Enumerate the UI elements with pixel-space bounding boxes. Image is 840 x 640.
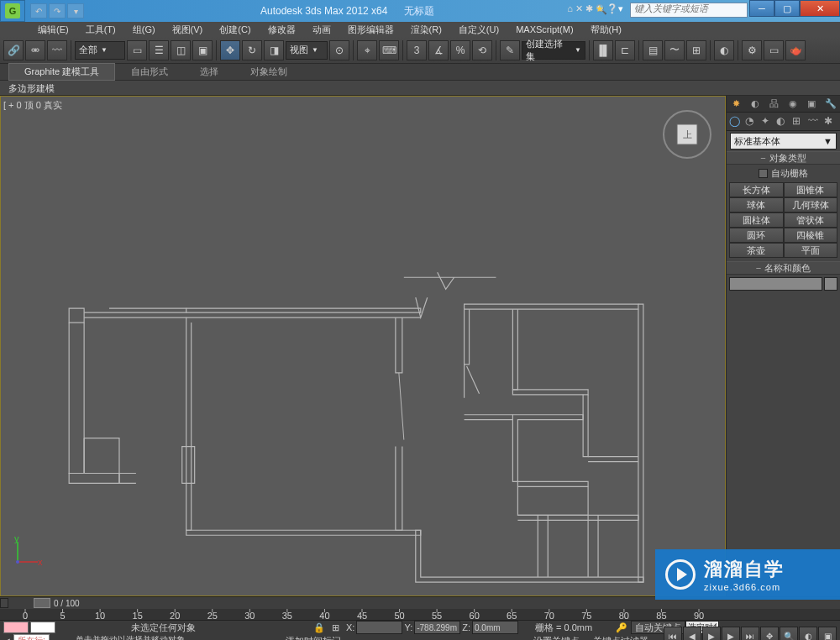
menu-rendering[interactable]: 渲染(R) (402, 22, 450, 38)
prim-box[interactable]: 长方体 (729, 182, 784, 197)
time-slider-thumb[interactable] (34, 598, 50, 608)
prim-sphere[interactable]: 球体 (729, 197, 784, 212)
ribbon-tab-objectpaint[interactable]: 对象绘制 (234, 63, 303, 81)
nav-zoom[interactable]: 🔍 (780, 627, 798, 640)
link-button[interactable]: 🔗 (3, 40, 24, 60)
redo-button[interactable]: ↷ (49, 3, 66, 18)
nav-prev-frame[interactable]: ◀ (683, 627, 701, 640)
coord-z-input[interactable] (472, 621, 518, 634)
bind-spacewarp-button[interactable]: 〰 (47, 40, 67, 60)
nav-next-frame[interactable]: ▶ (722, 627, 740, 640)
prim-plane[interactable]: 平面 (784, 243, 838, 258)
iso-icon[interactable]: ⊞ (332, 622, 339, 633)
subscription-icon[interactable]: ⌂ (567, 3, 573, 14)
prim-pyramid[interactable]: 四棱锥 (784, 228, 838, 243)
cat-shapes-icon[interactable]: ◔ (745, 115, 759, 129)
ref-coord-system[interactable]: 视图▼ (286, 41, 328, 60)
cat-cameras-icon[interactable]: ◐ (776, 115, 790, 129)
qat-dropdown[interactable]: ▾ (67, 3, 84, 18)
object-name-input[interactable] (729, 277, 822, 291)
menu-edit[interactable]: 编辑(E) (29, 22, 77, 38)
cat-systems-icon[interactable]: ✱ (824, 115, 837, 129)
material-swatch-1[interactable] (3, 622, 29, 633)
named-sel-sets[interactable]: 创建选择集▼ (522, 41, 585, 60)
menu-grapheditors[interactable]: 图形编辑器 (339, 22, 402, 38)
cat-geometry-icon[interactable]: ◯ (729, 115, 743, 129)
object-color-swatch[interactable] (824, 277, 837, 291)
ribbon-tab-graphite[interactable]: Graphite 建模工具 (8, 63, 115, 81)
autogrid-checkbox[interactable]: 自动栅格 (727, 165, 840, 182)
key-filters-button[interactable]: 关键点过滤器 (593, 635, 648, 641)
angle-snap-button[interactable]: ∡ (428, 40, 449, 60)
nav-pan[interactable]: ✥ (760, 627, 779, 640)
edit-named-sel-button[interactable]: ✎ (500, 40, 520, 60)
select-button[interactable]: ▭ (127, 40, 147, 60)
selection-filter[interactable]: 全部▼ (75, 41, 125, 60)
create-tab[interactable]: ✸ (729, 97, 743, 111)
menu-group[interactable]: 组(G) (124, 22, 164, 38)
scale-button[interactable]: ◨ (264, 40, 284, 60)
comm-icon[interactable]: ✱ (585, 3, 593, 14)
spinner-snap-button[interactable]: ⟲ (472, 40, 492, 60)
menu-animation[interactable]: 动画 (304, 22, 339, 38)
nav-max[interactable]: ▣ (818, 627, 837, 640)
material-editor-button[interactable]: ◐ (714, 40, 734, 60)
percent-snap-button[interactable]: % (450, 40, 470, 60)
motion-tab[interactable]: ◉ (786, 97, 800, 111)
time-prev-button[interactable] (0, 598, 8, 608)
menu-help[interactable]: 帮助(H) (582, 22, 630, 38)
favorite-icon[interactable]: ★ (596, 3, 604, 14)
material-swatch-2[interactable] (30, 622, 55, 633)
menu-customize[interactable]: 自定义(U) (450, 22, 507, 38)
ribbon-panel-polymodel[interactable]: 多边形建模 (0, 81, 840, 96)
display-tab[interactable]: ▣ (805, 97, 818, 111)
prim-tube[interactable]: 管状体 (784, 212, 838, 228)
menu-modifiers[interactable]: 修改器 (260, 22, 304, 38)
timeline[interactable]: 0 / 100 05101520253035404550556065707580… (0, 596, 840, 620)
help-icon[interactable]: ❔▾ (606, 3, 623, 14)
select-by-name-button[interactable]: ☰ (149, 40, 169, 60)
ribbon-tab-freeform[interactable]: 自由形式 (115, 63, 184, 81)
viewport[interactable]: [ + 0 顶 0 真实 上 (0, 96, 726, 596)
menu-maxscript[interactable]: MAXScript(M) (507, 23, 581, 36)
align-button[interactable]: ⊏ (615, 40, 635, 60)
move-button[interactable]: ✥ (220, 40, 240, 60)
cat-helpers-icon[interactable]: ⊞ (792, 115, 806, 129)
primitive-category-dropdown[interactable]: 标准基本体▼ (730, 133, 837, 150)
use-center-button[interactable]: ⊙ (329, 40, 349, 60)
coord-y-input[interactable] (414, 621, 460, 634)
hierarchy-tab[interactable]: 品 (767, 97, 780, 111)
exchange-icon[interactable]: ✕ (575, 3, 583, 14)
nav-fov[interactable]: ◐ (799, 627, 817, 640)
close-button[interactable]: ✕ (800, 0, 840, 17)
prim-cone[interactable]: 圆锥体 (784, 182, 838, 197)
rollout-object-type[interactable]: −对象类型 (727, 151, 840, 165)
cat-lights-icon[interactable]: ✦ (761, 115, 774, 129)
ribbon-tab-selection[interactable]: 选择 (184, 63, 234, 81)
key-icon[interactable]: 🔑 (616, 622, 627, 633)
coord-x-input[interactable] (356, 621, 402, 634)
window-crossing-button[interactable]: ▣ (192, 40, 213, 60)
prim-geosphere[interactable]: 几何球体 (784, 197, 838, 212)
utilities-tab[interactable]: 🔧 (824, 97, 837, 111)
menu-create[interactable]: 创建(C) (211, 22, 259, 38)
help-search-input[interactable] (634, 3, 743, 13)
mirror-button[interactable]: ▐▌ (593, 40, 613, 60)
keyboard-shortcut-button[interactable]: ⌨ (379, 40, 399, 60)
render-button[interactable]: 🫖 (785, 40, 806, 60)
schematic-view-button[interactable]: ⊞ (686, 40, 706, 60)
prim-cylinder[interactable]: 圆柱体 (729, 212, 784, 228)
nav-next-key[interactable]: ⏭ (741, 627, 759, 640)
viewcube[interactable]: 上 (662, 109, 712, 160)
undo-button[interactable]: ↶ (30, 3, 47, 18)
maximize-button[interactable]: ▢ (774, 0, 800, 17)
prim-teapot[interactable]: 茶壶 (729, 243, 784, 258)
rotate-button[interactable]: ↻ (242, 40, 262, 60)
curve-editor-button[interactable]: 〜 (664, 40, 685, 60)
set-key-button[interactable]: 设置关键点 (533, 635, 580, 641)
add-time-tag[interactable]: 添加时间标记 (286, 635, 341, 641)
nav-prev-key[interactable]: ⏮ (664, 627, 682, 640)
minimize-button[interactable]: ─ (749, 0, 774, 17)
select-region-button[interactable]: ◫ (171, 40, 191, 60)
manipulate-button[interactable]: ⌖ (357, 40, 377, 60)
